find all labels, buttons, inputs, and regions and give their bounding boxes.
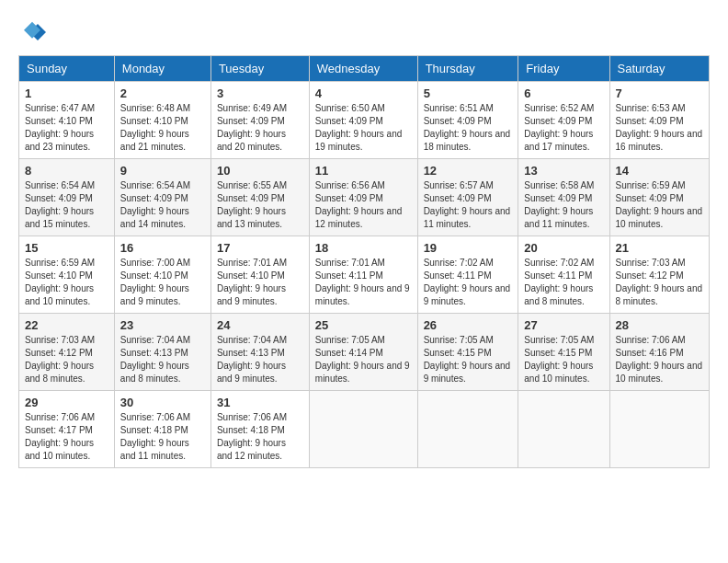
calendar-cell xyxy=(518,391,609,468)
calendar-cell: 25 Sunrise: 7:05 AM Sunset: 4:14 PM Dayl… xyxy=(309,314,417,391)
day-info: Sunrise: 6:47 AM Sunset: 4:10 PM Dayligh… xyxy=(25,102,108,154)
calendar-cell xyxy=(309,391,417,468)
calendar-cell: 28 Sunrise: 7:06 AM Sunset: 4:16 PM Dayl… xyxy=(609,314,709,391)
day-number: 27 xyxy=(524,318,603,332)
calendar-cell: 21 Sunrise: 7:03 AM Sunset: 4:12 PM Dayl… xyxy=(609,236,709,314)
day-number: 16 xyxy=(120,241,205,255)
day-number: 15 xyxy=(25,241,108,255)
day-number: 20 xyxy=(524,241,603,255)
day-number: 23 xyxy=(120,318,205,332)
day-info: Sunrise: 6:54 AM Sunset: 4:09 PM Dayligh… xyxy=(25,179,108,231)
calendar-cell xyxy=(417,391,518,468)
calendar-cell: 2 Sunrise: 6:48 AM Sunset: 4:10 PM Dayli… xyxy=(114,82,210,159)
day-number: 8 xyxy=(25,164,108,178)
calendar-cell: 1 Sunrise: 6:47 AM Sunset: 4:10 PM Dayli… xyxy=(19,82,115,159)
calendar-cell: 19 Sunrise: 7:02 AM Sunset: 4:11 PM Dayl… xyxy=(417,236,518,314)
week-row-5: 29 Sunrise: 7:06 AM Sunset: 4:17 PM Dayl… xyxy=(19,391,710,468)
day-info: Sunrise: 6:49 AM Sunset: 4:09 PM Dayligh… xyxy=(217,102,303,154)
calendar-cell: 9 Sunrise: 6:54 AM Sunset: 4:09 PM Dayli… xyxy=(114,159,210,236)
day-info: Sunrise: 7:06 AM Sunset: 4:17 PM Dayligh… xyxy=(25,411,108,463)
day-info: Sunrise: 7:05 AM Sunset: 4:15 PM Dayligh… xyxy=(424,334,513,385)
day-info: Sunrise: 7:04 AM Sunset: 4:13 PM Dayligh… xyxy=(120,334,205,385)
day-number: 11 xyxy=(315,164,412,178)
week-row-3: 15 Sunrise: 6:59 AM Sunset: 4:10 PM Dayl… xyxy=(19,236,710,314)
day-number: 14 xyxy=(616,164,703,178)
calendar-cell: 20 Sunrise: 7:02 AM Sunset: 4:11 PM Dayl… xyxy=(518,236,609,314)
day-info: Sunrise: 7:01 AM Sunset: 4:11 PM Dayligh… xyxy=(315,257,412,308)
day-info: Sunrise: 6:58 AM Sunset: 4:09 PM Dayligh… xyxy=(524,179,603,231)
day-info: Sunrise: 6:52 AM Sunset: 4:09 PM Dayligh… xyxy=(524,102,603,154)
day-info: Sunrise: 6:50 AM Sunset: 4:09 PM Dayligh… xyxy=(315,102,412,154)
calendar-cell: 24 Sunrise: 7:04 AM Sunset: 4:13 PM Dayl… xyxy=(210,314,309,391)
day-header-monday: Monday xyxy=(114,56,210,82)
day-number: 29 xyxy=(25,396,108,409)
day-info: Sunrise: 6:59 AM Sunset: 4:09 PM Dayligh… xyxy=(616,179,703,231)
day-number: 24 xyxy=(217,318,303,332)
calendar-cell: 29 Sunrise: 7:06 AM Sunset: 4:17 PM Dayl… xyxy=(19,391,115,468)
calendar-cell: 31 Sunrise: 7:06 AM Sunset: 4:18 PM Dayl… xyxy=(210,391,309,468)
day-number: 12 xyxy=(424,164,513,178)
day-info: Sunrise: 6:56 AM Sunset: 4:09 PM Dayligh… xyxy=(315,179,412,231)
day-info: Sunrise: 7:04 AM Sunset: 4:13 PM Dayligh… xyxy=(217,334,303,385)
calendar-cell: 3 Sunrise: 6:49 AM Sunset: 4:09 PM Dayli… xyxy=(210,82,309,159)
calendar-cell xyxy=(609,391,709,468)
day-info: Sunrise: 7:06 AM Sunset: 4:18 PM Dayligh… xyxy=(120,411,205,463)
calendar-cell: 6 Sunrise: 6:52 AM Sunset: 4:09 PM Dayli… xyxy=(518,82,609,159)
day-info: Sunrise: 7:03 AM Sunset: 4:12 PM Dayligh… xyxy=(25,334,108,385)
calendar-cell: 7 Sunrise: 6:53 AM Sunset: 4:09 PM Dayli… xyxy=(609,82,709,159)
day-header-wednesday: Wednesday xyxy=(309,56,417,82)
week-row-1: 1 Sunrise: 6:47 AM Sunset: 4:10 PM Dayli… xyxy=(19,82,710,159)
day-info: Sunrise: 7:05 AM Sunset: 4:15 PM Dayligh… xyxy=(524,334,603,385)
day-info: Sunrise: 7:05 AM Sunset: 4:14 PM Dayligh… xyxy=(315,334,412,385)
calendar-cell: 15 Sunrise: 6:59 AM Sunset: 4:10 PM Dayl… xyxy=(19,236,115,314)
day-header-thursday: Thursday xyxy=(417,56,518,82)
day-number: 25 xyxy=(315,318,412,332)
day-number: 31 xyxy=(217,396,303,409)
day-info: Sunrise: 7:06 AM Sunset: 4:18 PM Dayligh… xyxy=(217,411,303,463)
day-number: 21 xyxy=(616,241,703,255)
calendar-cell: 10 Sunrise: 6:55 AM Sunset: 4:09 PM Dayl… xyxy=(210,159,309,236)
day-number: 22 xyxy=(25,318,108,332)
calendar-cell: 14 Sunrise: 6:59 AM Sunset: 4:09 PM Dayl… xyxy=(609,159,709,236)
week-row-4: 22 Sunrise: 7:03 AM Sunset: 4:12 PM Dayl… xyxy=(19,314,710,391)
day-number: 19 xyxy=(424,241,513,255)
header xyxy=(18,18,710,46)
day-number: 13 xyxy=(524,164,603,178)
day-info: Sunrise: 7:00 AM Sunset: 4:10 PM Dayligh… xyxy=(120,257,205,308)
day-number: 10 xyxy=(217,164,303,178)
calendar-cell: 23 Sunrise: 7:04 AM Sunset: 4:13 PM Dayl… xyxy=(114,314,210,391)
day-info: Sunrise: 7:01 AM Sunset: 4:10 PM Dayligh… xyxy=(217,257,303,308)
day-number: 4 xyxy=(315,86,412,100)
calendar-cell: 12 Sunrise: 6:57 AM Sunset: 4:09 PM Dayl… xyxy=(417,159,518,236)
logo-icon xyxy=(18,18,46,46)
week-row-2: 8 Sunrise: 6:54 AM Sunset: 4:09 PM Dayli… xyxy=(19,159,710,236)
day-number: 3 xyxy=(217,86,303,100)
day-info: Sunrise: 6:59 AM Sunset: 4:10 PM Dayligh… xyxy=(25,257,108,308)
day-info: Sunrise: 6:54 AM Sunset: 4:09 PM Dayligh… xyxy=(120,179,205,231)
day-number: 5 xyxy=(424,86,513,100)
day-info: Sunrise: 6:55 AM Sunset: 4:09 PM Dayligh… xyxy=(217,179,303,231)
calendar-cell: 26 Sunrise: 7:05 AM Sunset: 4:15 PM Dayl… xyxy=(417,314,518,391)
day-number: 9 xyxy=(120,164,205,178)
day-info: Sunrise: 6:53 AM Sunset: 4:09 PM Dayligh… xyxy=(616,102,703,154)
calendar-cell: 13 Sunrise: 6:58 AM Sunset: 4:09 PM Dayl… xyxy=(518,159,609,236)
day-number: 26 xyxy=(424,318,513,332)
header-row: SundayMondayTuesdayWednesdayThursdayFrid… xyxy=(19,56,710,82)
day-info: Sunrise: 7:02 AM Sunset: 4:11 PM Dayligh… xyxy=(524,257,603,308)
day-info: Sunrise: 6:48 AM Sunset: 4:10 PM Dayligh… xyxy=(120,102,205,154)
day-number: 17 xyxy=(217,241,303,255)
day-info: Sunrise: 6:57 AM Sunset: 4:09 PM Dayligh… xyxy=(424,179,513,231)
day-number: 28 xyxy=(616,318,703,332)
day-info: Sunrise: 7:02 AM Sunset: 4:11 PM Dayligh… xyxy=(424,257,513,308)
day-info: Sunrise: 6:51 AM Sunset: 4:09 PM Dayligh… xyxy=(424,102,513,154)
calendar-cell: 22 Sunrise: 7:03 AM Sunset: 4:12 PM Dayl… xyxy=(19,314,115,391)
day-info: Sunrise: 7:03 AM Sunset: 4:12 PM Dayligh… xyxy=(616,257,703,308)
day-number: 18 xyxy=(315,241,412,255)
calendar-cell: 18 Sunrise: 7:01 AM Sunset: 4:11 PM Dayl… xyxy=(309,236,417,314)
day-number: 6 xyxy=(524,86,603,100)
day-header-tuesday: Tuesday xyxy=(210,56,309,82)
day-number: 7 xyxy=(616,86,703,100)
day-number: 30 xyxy=(120,396,205,409)
day-number: 2 xyxy=(120,86,205,100)
day-header-friday: Friday xyxy=(518,56,609,82)
